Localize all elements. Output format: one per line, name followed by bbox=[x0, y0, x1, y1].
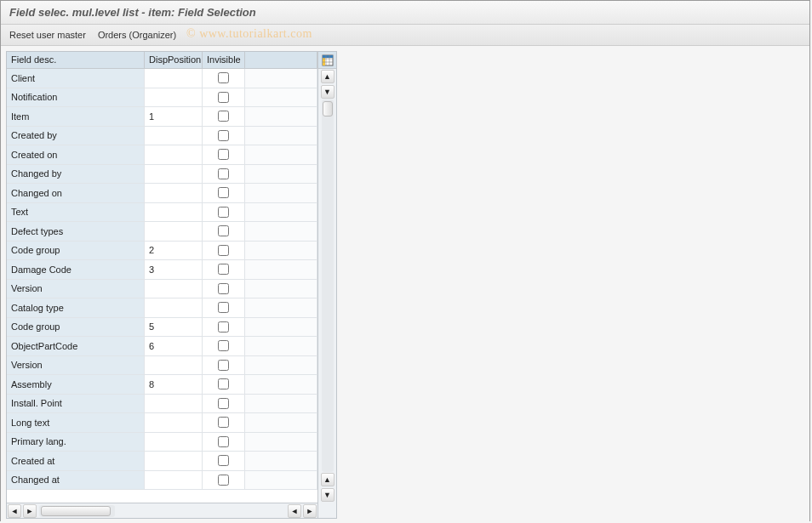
disp-position-cell[interactable] bbox=[145, 280, 203, 298]
table-row[interactable]: Client bbox=[7, 69, 317, 88]
disp-position-cell[interactable] bbox=[145, 413, 203, 432]
disp-position-cell[interactable] bbox=[145, 452, 203, 470]
table-row[interactable]: Changed by bbox=[7, 165, 317, 185]
field-desc-cell[interactable]: Code group bbox=[7, 318, 145, 337]
disp-position-cell[interactable] bbox=[145, 203, 203, 222]
disp-position-cell[interactable] bbox=[145, 69, 203, 88]
hscroll-track[interactable] bbox=[39, 505, 115, 517]
disp-position-cell[interactable] bbox=[145, 127, 203, 145]
invisible-checkbox[interactable] bbox=[218, 225, 229, 236]
hscroll-left2-icon[interactable]: ◄ bbox=[288, 504, 301, 518]
table-row[interactable]: ObjectPartCode6 bbox=[7, 337, 317, 356]
table-settings-icon[interactable] bbox=[318, 52, 336, 69]
table-row[interactable]: Defect types bbox=[7, 222, 317, 242]
field-desc-cell[interactable]: Damage Code bbox=[7, 260, 145, 279]
field-desc-cell[interactable]: Text bbox=[7, 203, 145, 222]
invisible-checkbox[interactable] bbox=[218, 398, 229, 409]
table-row[interactable]: Text bbox=[7, 203, 317, 223]
disp-position-cell[interactable] bbox=[145, 145, 203, 164]
field-desc-cell[interactable]: Changed on bbox=[7, 184, 145, 202]
table-row[interactable]: Code group5 bbox=[7, 318, 317, 338]
invisible-checkbox[interactable] bbox=[218, 283, 229, 294]
invisible-checkbox[interactable] bbox=[218, 436, 229, 447]
vscroll-down-icon[interactable]: ▼ bbox=[321, 85, 335, 99]
disp-position-cell[interactable] bbox=[145, 433, 203, 452]
vscroll-down2-icon[interactable]: ▼ bbox=[321, 488, 335, 502]
field-desc-cell[interactable]: Changed by bbox=[7, 165, 145, 184]
invisible-checkbox[interactable] bbox=[218, 111, 229, 122]
disp-position-cell[interactable] bbox=[145, 356, 203, 375]
vscroll-up2-icon[interactable]: ▲ bbox=[321, 473, 335, 486]
disp-position-cell[interactable] bbox=[145, 88, 203, 107]
disp-position-cell[interactable] bbox=[145, 298, 203, 317]
invisible-checkbox[interactable] bbox=[218, 130, 229, 141]
col-header-field-desc[interactable]: Field desc. bbox=[7, 52, 145, 68]
table-row[interactable]: Damage Code3 bbox=[7, 260, 317, 280]
field-desc-cell[interactable]: Long text bbox=[7, 413, 145, 432]
invisible-checkbox[interactable] bbox=[218, 149, 229, 160]
table-row[interactable]: Version bbox=[7, 280, 317, 299]
field-desc-cell[interactable]: Item bbox=[7, 107, 145, 126]
table-row[interactable]: Primary lang. bbox=[7, 433, 317, 452]
disp-position-cell[interactable]: 1 bbox=[145, 107, 203, 126]
field-desc-cell[interactable]: Created on bbox=[7, 145, 145, 164]
field-desc-cell[interactable]: Created by bbox=[7, 127, 145, 145]
disp-position-cell[interactable] bbox=[145, 222, 203, 241]
invisible-checkbox[interactable] bbox=[218, 360, 229, 371]
vscroll-up-icon[interactable]: ▲ bbox=[321, 70, 335, 83]
invisible-checkbox[interactable] bbox=[218, 92, 229, 103]
field-desc-cell[interactable]: Defect types bbox=[7, 222, 145, 241]
field-desc-cell[interactable]: Client bbox=[7, 69, 145, 88]
invisible-checkbox[interactable] bbox=[218, 207, 229, 218]
invisible-checkbox[interactable] bbox=[218, 321, 229, 333]
hscroll-right-icon[interactable]: ► bbox=[23, 504, 37, 518]
field-desc-cell[interactable]: Notification bbox=[7, 88, 145, 107]
field-desc-cell[interactable]: Code group bbox=[7, 242, 145, 260]
reset-user-master-button[interactable]: Reset user master bbox=[9, 30, 86, 40]
field-desc-cell[interactable]: Install. Point bbox=[7, 395, 145, 413]
invisible-checkbox[interactable] bbox=[218, 455, 229, 466]
table-row[interactable]: Created at bbox=[7, 452, 317, 471]
disp-position-cell[interactable] bbox=[145, 165, 203, 184]
invisible-checkbox[interactable] bbox=[218, 378, 229, 389]
vscroll-track[interactable] bbox=[322, 99, 334, 472]
table-row[interactable]: Notification bbox=[7, 88, 317, 108]
orders-organizer-button[interactable]: Orders (Organizer) bbox=[98, 30, 176, 40]
table-row[interactable]: Assembly8 bbox=[7, 375, 317, 395]
table-row[interactable]: Created by bbox=[7, 127, 317, 146]
disp-position-cell[interactable]: 8 bbox=[145, 375, 203, 394]
invisible-checkbox[interactable] bbox=[218, 187, 229, 198]
vertical-scrollbar[interactable]: ▲ ▼ ▲ ▼ bbox=[318, 69, 336, 503]
invisible-checkbox[interactable] bbox=[218, 72, 229, 83]
col-header-disp-position[interactable]: DispPosition bbox=[145, 52, 203, 68]
field-desc-cell[interactable]: Primary lang. bbox=[7, 433, 145, 452]
table-row[interactable]: Long text bbox=[7, 413, 317, 433]
disp-position-cell[interactable]: 5 bbox=[145, 318, 203, 337]
field-desc-cell[interactable]: Changed at bbox=[7, 471, 145, 490]
table-row[interactable]: Version bbox=[7, 356, 317, 376]
disp-position-cell[interactable]: 6 bbox=[145, 337, 203, 355]
field-desc-cell[interactable]: Created at bbox=[7, 452, 145, 470]
field-desc-cell[interactable]: Assembly bbox=[7, 375, 145, 394]
invisible-checkbox[interactable] bbox=[218, 302, 229, 313]
field-desc-cell[interactable]: ObjectPartCode bbox=[7, 337, 145, 355]
disp-position-cell[interactable]: 2 bbox=[145, 242, 203, 260]
hscroll-right2-icon[interactable]: ► bbox=[303, 504, 317, 518]
horizontal-scrollbar[interactable]: ◄ ► ◄ ► bbox=[7, 503, 317, 518]
invisible-checkbox[interactable] bbox=[218, 264, 229, 275]
disp-position-cell[interactable] bbox=[145, 184, 203, 202]
table-row[interactable]: Code group2 bbox=[7, 242, 317, 261]
disp-position-cell[interactable]: 3 bbox=[145, 260, 203, 279]
invisible-checkbox[interactable] bbox=[218, 340, 229, 351]
hscroll-left-icon[interactable]: ◄ bbox=[8, 504, 21, 518]
vscroll-thumb[interactable] bbox=[323, 101, 333, 117]
table-row[interactable]: Changed at bbox=[7, 471, 317, 491]
table-row[interactable]: Item1 bbox=[7, 107, 317, 127]
table-row[interactable]: Created on bbox=[7, 145, 317, 165]
table-row[interactable]: Install. Point bbox=[7, 395, 317, 414]
disp-position-cell[interactable] bbox=[145, 395, 203, 413]
invisible-checkbox[interactable] bbox=[218, 417, 229, 428]
field-desc-cell[interactable]: Version bbox=[7, 356, 145, 375]
field-desc-cell[interactable]: Version bbox=[7, 280, 145, 298]
col-header-invisible[interactable]: Invisible bbox=[203, 52, 245, 68]
